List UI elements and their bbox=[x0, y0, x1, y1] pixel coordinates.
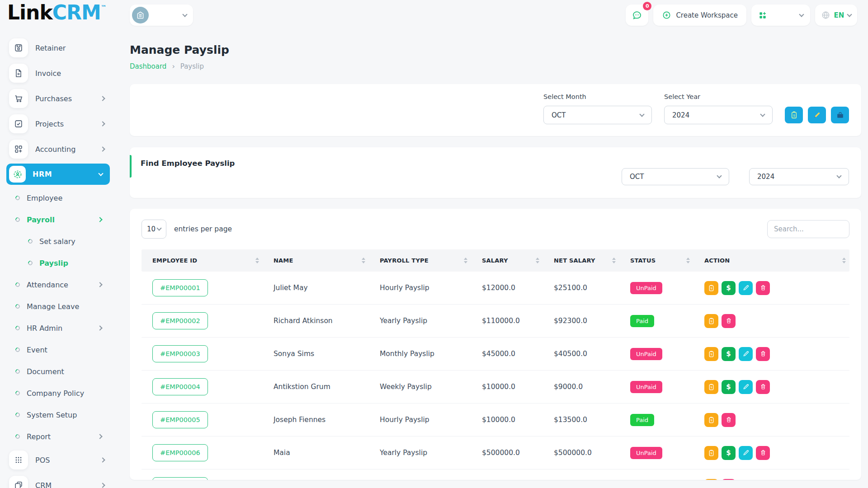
pay-action-button[interactable]: $ bbox=[722, 380, 736, 394]
sidebar-item-set-salary[interactable]: Set salary bbox=[0, 230, 111, 252]
year-select[interactable]: 2024 bbox=[664, 106, 773, 124]
delete-action-button[interactable] bbox=[756, 281, 770, 295]
select-year-label: Select Year bbox=[664, 93, 773, 100]
edit-action-button[interactable] bbox=[739, 347, 753, 361]
chevron-right-icon bbox=[97, 217, 102, 222]
employee-id-pill[interactable]: #EMP00005 bbox=[152, 411, 208, 428]
table-row: #EMP00002Richard AtkinsonYearly Payslip$… bbox=[142, 305, 849, 338]
cell-net-salary: $40500.0 bbox=[543, 350, 619, 358]
delete-action-button[interactable] bbox=[722, 413, 736, 427]
cell-name: Antikstion Grum bbox=[263, 383, 369, 391]
employee-id-pill[interactable]: #EMP00007 bbox=[152, 477, 208, 480]
sort-icon[interactable] bbox=[464, 258, 467, 263]
main-content: Manage Payslip Dashboard › Payslip Selec… bbox=[111, 33, 868, 488]
payslip-action-button[interactable]: $ bbox=[704, 347, 718, 361]
column-label: PAYROLL TYPE bbox=[380, 257, 429, 264]
sidebar-item-purchases[interactable]: Purchases bbox=[0, 86, 111, 111]
apps-dropdown[interactable] bbox=[751, 5, 810, 26]
table-row: #EMP00005Joseph FiennesHourly Payslip$10… bbox=[142, 404, 849, 436]
edit-payslip-button[interactable] bbox=[808, 107, 826, 123]
cell-status: UnPaid bbox=[619, 348, 693, 360]
chevron-down-icon bbox=[836, 173, 841, 178]
language-dropdown[interactable]: EN bbox=[815, 5, 857, 26]
cell-status: UnPaid bbox=[619, 381, 693, 393]
month-select[interactable]: OCT bbox=[543, 106, 652, 124]
bullet-icon bbox=[27, 238, 33, 244]
column-label: STATUS bbox=[630, 257, 656, 264]
table-row: #EMP00007Kirsten BensonMonthly Payslip$5… bbox=[142, 469, 849, 480]
sort-icon[interactable] bbox=[686, 258, 690, 263]
sort-icon[interactable] bbox=[612, 258, 616, 263]
cell-salary: $10000.0 bbox=[471, 383, 543, 391]
employee-id-pill[interactable]: #EMP00001 bbox=[152, 279, 208, 296]
workspace-selector[interactable] bbox=[130, 5, 193, 26]
app-logo[interactable]: LinkCRM™ bbox=[7, 1, 106, 24]
sidebar-item-document[interactable]: Document bbox=[0, 361, 111, 382]
sidebar-item-hrm[interactable]: HRM bbox=[6, 164, 110, 185]
cell-name: Richard Atkinson bbox=[263, 317, 369, 325]
sidebar-item-manage-leave[interactable]: Manage Leave bbox=[0, 296, 111, 317]
employee-id-pill[interactable]: #EMP00002 bbox=[152, 312, 208, 329]
chevron-down-icon bbox=[799, 12, 804, 17]
payslip-action-button[interactable]: $ bbox=[704, 380, 718, 394]
sidebar-item-invoice[interactable]: Invoice bbox=[0, 61, 111, 86]
entries-select[interactable]: 10 bbox=[142, 220, 166, 239]
employee-id-pill[interactable]: #EMP00003 bbox=[152, 345, 208, 362]
sidebar-item-accounting[interactable]: Accounting bbox=[0, 136, 111, 162]
svg-text:$: $ bbox=[710, 352, 712, 356]
sidebar-item-employee[interactable]: Employee bbox=[0, 187, 111, 209]
sidebar-item-hr-admin[interactable]: HR Admin bbox=[0, 317, 111, 339]
sidebar-item-crm[interactable]: CRM bbox=[0, 473, 111, 488]
pay-action-button[interactable]: $ bbox=[722, 446, 736, 460]
delete-action-button[interactable] bbox=[722, 479, 736, 480]
edit-action-button[interactable] bbox=[739, 281, 753, 295]
create-workspace-button[interactable]: Create Workspace bbox=[653, 5, 746, 26]
payslip-action-button[interactable]: $ bbox=[704, 281, 718, 295]
find-month-select[interactable]: OCT bbox=[622, 168, 729, 185]
search-input[interactable] bbox=[767, 220, 849, 238]
sidebar-item-company-policy[interactable]: Company Policy bbox=[0, 382, 111, 404]
export-payslip-button[interactable] bbox=[831, 107, 849, 123]
sidebar-item-projects[interactable]: Projects bbox=[0, 111, 111, 136]
sidebar-item-system-setup[interactable]: System Setup bbox=[0, 404, 111, 426]
sidebar-item-retainer[interactable]: Retainer bbox=[0, 35, 111, 61]
find-year-select[interactable]: 2024 bbox=[749, 168, 849, 185]
payslip-action-button[interactable]: $ bbox=[704, 446, 718, 460]
sidebar-item-attendance[interactable]: Attendance bbox=[0, 274, 111, 296]
payslip-icon: $ bbox=[708, 416, 715, 424]
sort-icon[interactable] bbox=[362, 258, 365, 263]
svg-text:$: $ bbox=[710, 385, 712, 389]
employee-id-pill[interactable]: #EMP00004 bbox=[152, 378, 208, 395]
chat-button[interactable]: 0 bbox=[626, 5, 648, 26]
pay-action-button[interactable]: $ bbox=[722, 347, 736, 361]
edit-action-button[interactable] bbox=[739, 446, 753, 460]
employee-id-pill[interactable]: #EMP00006 bbox=[152, 444, 208, 461]
sort-icon[interactable] bbox=[536, 258, 539, 263]
sort-icon[interactable] bbox=[842, 258, 846, 263]
cell-status: Paid bbox=[619, 480, 693, 480]
sidebar-item-event[interactable]: Event bbox=[0, 339, 111, 361]
payslip-action-button[interactable]: $ bbox=[704, 314, 718, 328]
sort-icon[interactable] bbox=[255, 258, 259, 263]
payslip-action-button[interactable]: $ bbox=[704, 413, 718, 427]
payslip-icon: $ bbox=[708, 317, 715, 325]
edit-icon bbox=[742, 350, 750, 357]
delete-action-button[interactable] bbox=[756, 347, 770, 361]
delete-action-button[interactable] bbox=[722, 314, 736, 328]
payslip-action-button[interactable]: $ bbox=[704, 479, 718, 480]
delete-action-button[interactable] bbox=[756, 380, 770, 394]
cell-payroll-type: Hourly Payslip bbox=[369, 416, 471, 424]
chevron-down-icon bbox=[639, 112, 644, 117]
sidebar-item-report[interactable]: Report bbox=[0, 426, 111, 447]
table-body: #EMP00001Juliet MayHourly Payslip$12000.… bbox=[142, 272, 849, 480]
sidebar-item-payslip[interactable]: Payslip bbox=[0, 252, 111, 274]
sidebar-item-pos[interactable]: POS bbox=[0, 447, 111, 473]
delete-action-button[interactable] bbox=[756, 446, 770, 460]
edit-action-button[interactable] bbox=[739, 380, 753, 394]
pay-action-button[interactable]: $ bbox=[722, 281, 736, 295]
bulk-payslip-button[interactable]: $ bbox=[785, 107, 803, 123]
sidebar-item-label: POS bbox=[35, 456, 50, 465]
bullet-icon bbox=[14, 412, 21, 418]
breadcrumb-dashboard-link[interactable]: Dashboard bbox=[130, 62, 166, 70]
sidebar-item-payroll[interactable]: Payroll bbox=[0, 209, 111, 230]
